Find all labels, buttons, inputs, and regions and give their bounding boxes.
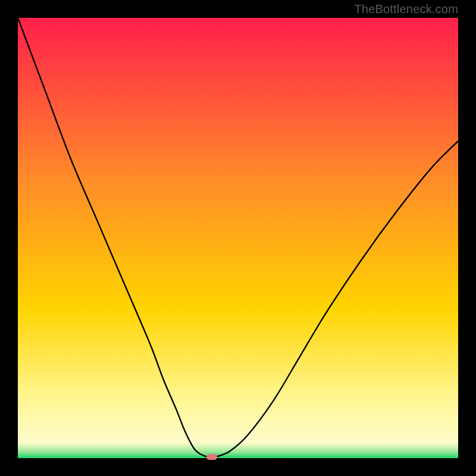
chart-frame: TheBottleneck.com [0, 0, 476, 476]
minimum-marker [206, 454, 217, 460]
watermark-text: TheBottleneck.com [354, 2, 458, 16]
plot-area [18, 18, 458, 458]
bottleneck-curve [18, 18, 458, 458]
